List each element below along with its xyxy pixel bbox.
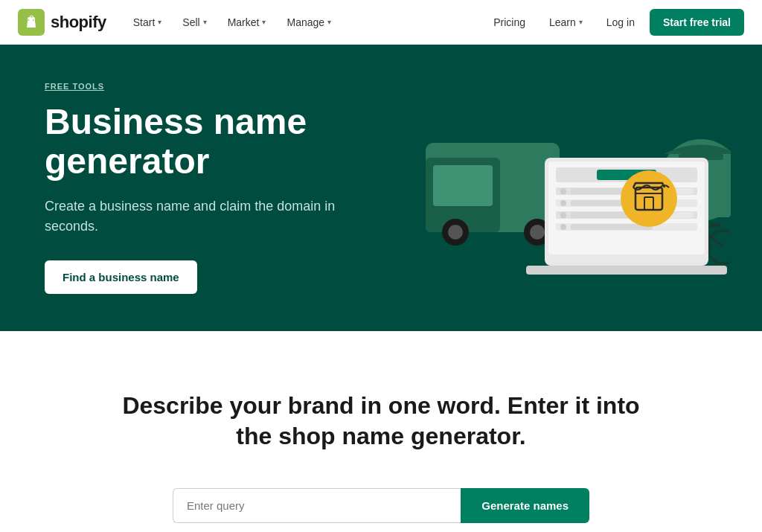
chevron-down-icon: ▾: [579, 18, 583, 26]
logo-link[interactable]: shopify: [18, 9, 106, 36]
svg-rect-6: [433, 165, 493, 206]
generate-names-button[interactable]: Generate names: [461, 488, 589, 523]
chevron-down-icon: ▾: [203, 18, 207, 26]
section-title: Describe your brand in one word. Enter i…: [121, 391, 641, 452]
hero-title: Business name generator: [45, 103, 342, 182]
nav-login-link[interactable]: Log in: [598, 10, 644, 34]
hero-content: FREE TOOLS Business name generator Creat…: [0, 45, 387, 331]
svg-point-3: [448, 225, 463, 240]
svg-rect-19: [526, 266, 727, 275]
svg-point-31: [560, 212, 566, 218]
hero-svg-illustration: [418, 83, 731, 292]
start-free-trial-button[interactable]: Start free trial: [650, 9, 744, 36]
nav-left-items: Start ▾ Sell ▾ Market ▾ Manage ▾: [124, 10, 484, 34]
nav-learn-link[interactable]: Learn ▾: [540, 10, 592, 34]
hero-section: FREE TOOLS Business name generator Creat…: [0, 45, 762, 331]
search-row: Generate names: [173, 488, 589, 523]
nav-pricing-link[interactable]: Pricing: [484, 10, 534, 34]
nav-item-manage[interactable]: Manage ▾: [278, 10, 340, 34]
nav-item-sell[interactable]: Sell ▾: [173, 10, 215, 34]
svg-point-35: [560, 224, 566, 230]
nav-right-items: Pricing Learn ▾ Log in Start free trial: [484, 9, 744, 36]
hero-illustration: [387, 45, 762, 331]
svg-point-38: [621, 170, 677, 227]
chevron-down-icon: ▾: [327, 18, 331, 26]
illustration-container: [418, 83, 731, 292]
search-input[interactable]: [173, 488, 461, 523]
chevron-down-icon: ▾: [158, 18, 161, 26]
logo-text: shopify: [51, 13, 106, 32]
main-section: Describe your brand in one word. Enter i…: [0, 331, 762, 532]
svg-rect-37: [660, 224, 694, 230]
svg-rect-16: [710, 223, 720, 227]
svg-point-27: [560, 200, 566, 206]
hero-eyebrow: FREE TOOLS: [45, 82, 342, 91]
find-business-name-button[interactable]: Find a business name: [45, 260, 197, 294]
svg-point-5: [530, 225, 545, 240]
svg-point-23: [560, 188, 566, 194]
hero-subtitle: Create a business name and claim the dom…: [45, 196, 342, 237]
navbar: shopify Start ▾ Sell ▾ Market ▾ Manage ▾…: [0, 0, 762, 45]
logo-icon: [18, 9, 45, 36]
shopify-bag-icon: [23, 14, 39, 31]
nav-item-start[interactable]: Start ▾: [124, 10, 171, 34]
nav-item-market[interactable]: Market ▾: [219, 10, 275, 34]
chevron-down-icon: ▾: [262, 18, 266, 26]
